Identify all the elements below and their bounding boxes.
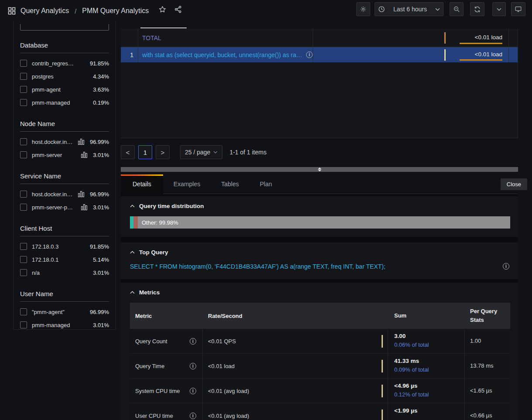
top-query-sql[interactable]: SELECT * FROM histogram(0, 'F44CD1B4B33A… bbox=[130, 263, 495, 270]
load-cell: <0.01 load bbox=[313, 29, 509, 47]
metric-percent-of-total-link[interactable]: 0.12% of total bbox=[394, 391, 464, 398]
dashboard-settings-button[interactable] bbox=[356, 2, 370, 16]
spacer-cell bbox=[509, 29, 518, 47]
bar-chart-icon[interactable] bbox=[78, 191, 84, 197]
info-icon[interactable] bbox=[306, 51, 313, 58]
chevron-up-icon bbox=[130, 251, 135, 254]
filter-item[interactable]: contrib_regres… 91.85% bbox=[20, 57, 109, 70]
metric-name: System CPU time bbox=[135, 388, 180, 394]
filter-item[interactable]: n/a 3.01% bbox=[20, 266, 109, 279]
checkbox[interactable] bbox=[20, 243, 27, 250]
breadcrumb: Query Analytics / PMM Query Analytics bbox=[8, 7, 182, 15]
query-fingerprint[interactable]: with stat as (select queryid, bucket, un… bbox=[142, 51, 302, 58]
tab-examples[interactable]: Examples bbox=[163, 174, 211, 194]
checkbox[interactable] bbox=[20, 138, 27, 145]
checkbox[interactable] bbox=[20, 73, 27, 80]
table-row-selected[interactable]: 1 with stat as (select queryid, bucket, … bbox=[121, 47, 518, 63]
section-header-distribution[interactable]: Query time distribution bbox=[130, 196, 510, 209]
breadcrumb-root[interactable]: Query Analytics bbox=[20, 7, 69, 15]
checkbox[interactable] bbox=[20, 256, 27, 263]
share-icon[interactable] bbox=[174, 6, 182, 13]
apps-grid-icon[interactable] bbox=[8, 7, 16, 15]
metric-percent-of-total-link[interactable]: 0.06% of total bbox=[394, 341, 464, 348]
load-sparkline bbox=[444, 32, 446, 44]
next-page-button[interactable]: > bbox=[156, 145, 170, 159]
checkbox[interactable] bbox=[20, 308, 27, 315]
load-progress-bar bbox=[460, 43, 502, 44]
filter-item[interactable]: 172.18.0.3 91.85% bbox=[20, 240, 109, 253]
refresh-button[interactable] bbox=[470, 2, 484, 16]
info-icon[interactable] bbox=[190, 363, 196, 369]
info-icon[interactable] bbox=[190, 388, 196, 394]
filter-item[interactable]: pmm-managed 0.19% bbox=[20, 96, 109, 109]
breadcrumb-page-title: PMM Query Analytics bbox=[82, 7, 149, 15]
checkbox[interactable] bbox=[20, 204, 27, 211]
table-total-row[interactable]: TOTAL <0.01 load bbox=[121, 29, 518, 47]
filter-percent: 96.99% bbox=[90, 191, 109, 198]
info-icon[interactable] bbox=[190, 413, 196, 419]
filter-label: 172.18.0.1 bbox=[32, 256, 88, 263]
filter-item[interactable]: 172.18.0.1 5.14% bbox=[20, 253, 109, 266]
query-cell[interactable]: with stat as (select queryid, bucket, un… bbox=[138, 47, 313, 62]
filter-item[interactable]: pmm-server 3.01% bbox=[20, 148, 109, 161]
metric-sum: 41.33 ms bbox=[394, 358, 464, 364]
tab-plan[interactable]: Plan bbox=[249, 174, 283, 194]
kiosk-mode-button[interactable] bbox=[511, 2, 525, 16]
info-icon[interactable] bbox=[503, 263, 509, 270]
filter-search-input[interactable] bbox=[20, 24, 109, 31]
bar-chart-icon[interactable] bbox=[81, 204, 87, 210]
filter-section-title-database: Database bbox=[20, 41, 109, 53]
section-header-metrics[interactable]: Metrics bbox=[130, 283, 510, 296]
filter-item[interactable]: pmm-managed 3.01% bbox=[20, 318, 109, 331]
metric-percent-of-total-link[interactable]: 0.09% of total bbox=[394, 366, 464, 373]
filter-item[interactable]: pmm-agent 3.63% bbox=[20, 83, 109, 96]
metric-sum: 3.00 bbox=[394, 333, 464, 339]
time-range-picker[interactable]: Last 6 hours bbox=[375, 2, 443, 16]
checkbox[interactable] bbox=[20, 269, 27, 276]
filter-percent: 91.85% bbox=[90, 243, 109, 250]
checkbox[interactable] bbox=[20, 191, 27, 198]
filter-percent: 3.01% bbox=[93, 152, 109, 158]
filter-item[interactable]: "pmm-agent" 96.99% bbox=[20, 305, 109, 318]
tab-tables[interactable]: Tables bbox=[211, 174, 249, 194]
filter-item[interactable]: host.docker.in… 96.99% bbox=[20, 188, 109, 201]
star-icon[interactable] bbox=[159, 6, 166, 13]
filter-item[interactable]: pmm-server-p… 3.01% bbox=[20, 201, 109, 214]
close-button[interactable]: Close bbox=[501, 178, 527, 190]
filter-section-title-node-name: Node Name bbox=[20, 120, 109, 132]
metrics-header-row: Metric Rate/Second Sum Per Query Stats bbox=[130, 303, 510, 329]
bar-chart-icon[interactable] bbox=[81, 152, 87, 158]
load-value: <0.01 load bbox=[475, 34, 502, 41]
checkbox[interactable] bbox=[20, 60, 27, 67]
info-icon[interactable] bbox=[190, 338, 196, 345]
chevron-up-icon bbox=[130, 205, 135, 208]
checkbox[interactable] bbox=[20, 99, 27, 106]
filter-item[interactable]: postgres 4.34% bbox=[20, 70, 109, 83]
zoom-out-button[interactable] bbox=[450, 2, 464, 16]
filter-section-database: contrib_regres… 91.85% postgres 4.34% pm… bbox=[20, 57, 109, 109]
section-header-top-query[interactable]: Top Query bbox=[130, 242, 510, 256]
page-size-select[interactable]: 25 / page bbox=[180, 145, 222, 159]
cropped-control-underline bbox=[140, 27, 187, 28]
top-query-sql-row: SELECT * FROM histogram(0, 'F44CD1B4B33A… bbox=[130, 263, 510, 270]
bar-chart-icon[interactable] bbox=[78, 139, 84, 145]
tab-details[interactable]: Details bbox=[121, 174, 163, 194]
total-label[interactable]: TOTAL bbox=[142, 34, 161, 41]
distribution-segment-teal bbox=[130, 216, 133, 229]
clock-icon bbox=[378, 6, 385, 13]
chevron-down-icon bbox=[497, 8, 501, 11]
column-header-metric: Metric bbox=[130, 303, 203, 329]
resize-splitter[interactable] bbox=[121, 167, 518, 172]
row-number-cell bbox=[121, 29, 138, 47]
checkbox[interactable] bbox=[20, 321, 27, 328]
metric-rate: <0.01 (avg load) bbox=[208, 413, 249, 419]
current-page-button[interactable]: 1 bbox=[138, 145, 152, 159]
checkbox[interactable] bbox=[20, 86, 27, 93]
checkbox[interactable] bbox=[20, 151, 27, 158]
filter-item[interactable]: host.docker.in… 96.99% bbox=[20, 135, 109, 148]
metrics-table: Metric Rate/Second Sum Per Query Stats Q… bbox=[130, 303, 510, 420]
prev-page-button[interactable]: < bbox=[121, 145, 135, 159]
chevron-up-icon bbox=[130, 291, 135, 294]
refresh-interval-dropdown[interactable] bbox=[492, 2, 506, 16]
metric-rate: <0.01 QPS bbox=[208, 338, 236, 345]
